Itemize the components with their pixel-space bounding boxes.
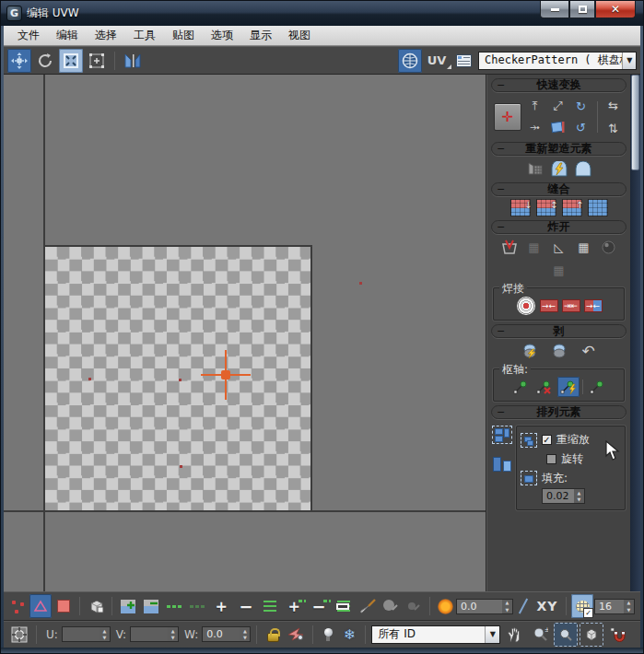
paint-select-button[interactable]	[357, 594, 379, 618]
uv-vertex[interactable]	[179, 379, 181, 381]
stitch-selected-button[interactable]	[588, 199, 608, 216]
v-value[interactable]	[131, 627, 168, 641]
maximize-button[interactable]	[569, 1, 595, 18]
menu-view[interactable]: 视图	[280, 26, 319, 45]
stitch-to-source-button[interactable]: ↑	[562, 199, 582, 216]
collapse-icon[interactable]: −	[497, 407, 505, 418]
freeform-mode-button[interactable]	[85, 49, 109, 73]
pack-normalize-button[interactable]	[492, 426, 512, 444]
show-map-button[interactable]	[398, 49, 422, 73]
unpin-vertex-button[interactable]	[533, 377, 556, 397]
align-linear-button[interactable]: ⤢	[547, 96, 569, 116]
target-weld-button[interactable]	[515, 296, 537, 316]
menu-display[interactable]: 显示	[241, 26, 280, 45]
auto-pin-button[interactable]	[557, 377, 580, 397]
falloff-space-button[interactable]	[435, 594, 455, 618]
collapse-icon[interactable]: −	[497, 326, 505, 337]
grow-selection-button[interactable]	[117, 594, 139, 618]
menu-select[interactable]: 选择	[87, 26, 125, 45]
shrink-loop-button[interactable]: −	[234, 594, 258, 618]
edge-mode-button[interactable]	[29, 594, 52, 618]
w-spinner[interactable]: 0.0 ▲▼	[202, 626, 251, 642]
spinner-arrows-icon[interactable]: ▲▼	[502, 600, 512, 613]
peel-mode-button[interactable]	[548, 341, 570, 361]
loop-to-seam-button[interactable]	[332, 594, 356, 618]
scrollbar-thumb[interactable]	[631, 75, 639, 170]
menu-file[interactable]: 文件	[9, 26, 48, 45]
collapse-icon[interactable]: −	[497, 144, 505, 155]
edge-distance-button[interactable]	[514, 594, 533, 618]
distribute-vertical-button[interactable]: ⇅	[603, 118, 625, 138]
break-by-vertex-button[interactable]	[498, 237, 521, 257]
pattern-dropdown-arrow-icon[interactable]: ▼	[622, 53, 636, 69]
flatten-by-smoothing-button[interactable]: ▦	[573, 237, 595, 257]
pin-by-click-button[interactable]	[586, 377, 608, 397]
collapse-icon[interactable]: −	[497, 222, 505, 233]
flatten-by-material-button[interactable]	[598, 237, 620, 257]
vertex-mode-button[interactable]	[6, 594, 29, 618]
paint-brush-larger-button[interactable]	[380, 594, 402, 618]
absolute-offset-toggle[interactable]	[8, 624, 30, 646]
uv-canvas[interactable]	[4, 75, 486, 591]
grow-ring-button[interactable]: ＋	[282, 594, 306, 618]
shrink-ring-button[interactable]: −	[307, 594, 331, 618]
weld-to-target-button[interactable]: ⇥⇤	[561, 298, 581, 314]
rotate-ccw-button[interactable]: ↺	[570, 117, 592, 137]
face-mode-button[interactable]	[53, 594, 75, 618]
menu-mapping[interactable]: 贴图	[164, 26, 203, 45]
w-value[interactable]: 0.0	[203, 627, 240, 641]
zoom-button[interactable]: ±	[528, 623, 552, 647]
rescale-checkbox-row[interactable]: ✓ 重缩放	[542, 432, 590, 448]
align-horizontal-button[interactable]: ⤒	[524, 96, 546, 116]
rotate-elements-button[interactable]	[521, 471, 537, 485]
rollout-quick-transform-header[interactable]: − 快速变换	[491, 78, 626, 92]
falloff-spinner[interactable]: 0.0 ▲▼	[456, 599, 513, 614]
scale-tool-button[interactable]	[59, 49, 83, 73]
grow-loop-button[interactable]: ＋	[209, 594, 233, 618]
quick-peel-button[interactable]	[519, 341, 541, 361]
rollout-explode-header[interactable]: − 炸开	[491, 220, 626, 234]
stitch-to-target-button[interactable]: ↕	[536, 199, 556, 216]
rollout-stitch-header[interactable]: − 缝合	[491, 182, 626, 196]
uv-vertex[interactable]	[88, 378, 91, 380]
rotate-tool-button[interactable]	[33, 49, 57, 73]
grid-size-spinner[interactable]: 16 ▲▼	[594, 599, 635, 614]
grid-size-value[interactable]: 16	[595, 600, 624, 613]
snap-toggle-button[interactable]	[605, 623, 629, 647]
planar-align-button[interactable]	[547, 117, 569, 137]
pattern-select[interactable]: CheckerPattern ( 棋盘格 ▼	[478, 52, 637, 70]
menu-tools[interactable]: 工具	[125, 26, 164, 45]
lock-selection-button[interactable]	[263, 623, 283, 647]
menu-edit[interactable]: 编辑	[48, 26, 87, 45]
distribute-horizontal-button[interactable]: ⇆	[603, 95, 625, 115]
pack-together-button[interactable]	[492, 455, 512, 473]
pin-active-vertex-button[interactable]	[509, 377, 532, 397]
zoom-extents-button[interactable]	[580, 623, 603, 647]
checker-texture-tile[interactable]	[45, 245, 312, 510]
move-tool-button[interactable]	[7, 49, 31, 73]
pan-button[interactable]	[502, 623, 526, 647]
id-dropdown-arrow-icon[interactable]: ▼	[485, 626, 499, 643]
rollout-arrange-header[interactable]: − 排列元素	[491, 405, 626, 419]
id-filter-select[interactable]: 所有 ID ▼	[371, 625, 500, 644]
rescale-checkbox[interactable]: ✓	[542, 435, 552, 445]
paint-brush-smaller-button[interactable]	[403, 594, 425, 618]
falloff-value[interactable]: 0.0	[457, 600, 502, 613]
padding-spinner[interactable]: 0.02 ▲▼	[542, 488, 585, 504]
u-spinner[interactable]: ▲▼	[62, 626, 111, 642]
uv-vertex[interactable]	[180, 465, 182, 468]
rollout-reshape-header[interactable]: − 重新塑造元素	[491, 142, 626, 156]
axis-constraint-button[interactable]: XY	[533, 594, 561, 618]
u-value[interactable]	[63, 627, 100, 641]
weld-all-button[interactable]: →←	[583, 298, 603, 314]
v-spinner[interactable]: ▲▼	[130, 626, 179, 642]
filter-selected-faces-button[interactable]	[285, 623, 307, 647]
relax-until-flat-button[interactable]	[572, 158, 594, 179]
rotate-cw-button[interactable]: ↻	[570, 96, 592, 116]
stitch-custom-button[interactable]: ↓	[510, 199, 531, 216]
spinner-arrows-icon[interactable]: ▲▼	[168, 627, 178, 641]
zoom-region-button[interactable]	[554, 623, 578, 647]
padding-value[interactable]: 0.02	[543, 489, 574, 503]
pivot-center-button[interactable]: ✛	[494, 103, 521, 131]
titlebar[interactable]: G 编辑 UVW ✕	[1, 1, 643, 26]
